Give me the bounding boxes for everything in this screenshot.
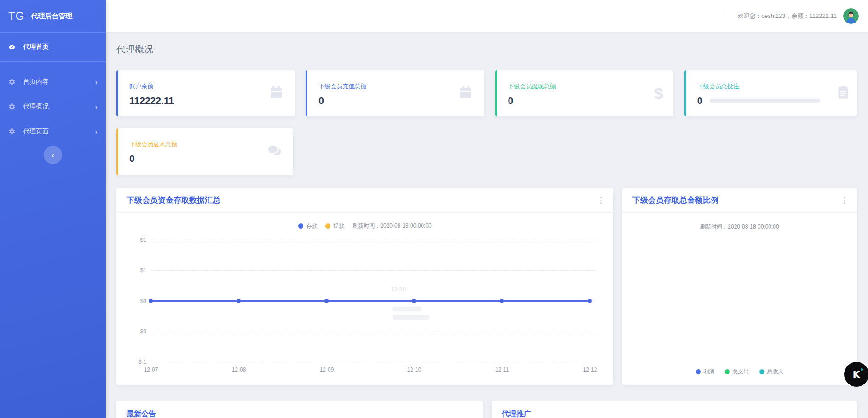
ratio-chart-panel: 下级会员存取总金额比例 刷新时间：2020-08-18 00:00:00 利润 … bbox=[622, 188, 857, 385]
user-avatar[interactable] bbox=[843, 8, 859, 24]
gear-icon bbox=[8, 103, 17, 110]
clipboard-icon bbox=[835, 84, 851, 103]
stat-card-rebate-total: 下级会员返水总额 0 bbox=[116, 128, 293, 175]
gridline bbox=[151, 240, 596, 240]
ghost-tooltip: 12-10 bbox=[391, 286, 406, 292]
legend-dot bbox=[725, 369, 730, 374]
legend-dot bbox=[298, 223, 303, 229]
chart-title: 下级会员存取总金额比例 bbox=[632, 195, 718, 206]
welcome-text: 欢迎您：ceshi123，余额：112222.11 bbox=[737, 12, 837, 20]
sidebar-item-label: 首页内容 bbox=[23, 78, 49, 86]
stat-label: 账户余额 bbox=[129, 82, 265, 91]
stat-label: 下级会员总投注 bbox=[697, 82, 833, 91]
panel-header: 代理推广 bbox=[492, 401, 857, 418]
stat-label: 下级会员充值总额 bbox=[318, 82, 454, 91]
panel-menu-icon[interactable] bbox=[598, 195, 603, 206]
charts-row: 下级会员资金存取数据汇总 存款 提款 刷新时间：2020-08-18 00: bbox=[116, 188, 857, 385]
stat-card-withdraw-total: 下级会员提现总额 0 $ bbox=[495, 70, 673, 116]
x-axis-tick: 12-08 bbox=[232, 366, 246, 373]
chart-panel-header: 下级会员存取总金额比例 bbox=[622, 188, 857, 213]
data-point bbox=[149, 299, 153, 303]
sidebar: TG 代理后台管理 代理首页 首页内容 › 代理概况 › bbox=[0, 0, 106, 418]
pie-chart-body: 刷新时间：2020-08-18 00:00:00 利润 总支出 总收入 bbox=[622, 213, 857, 385]
sidebar-item-label: 代理概况 bbox=[23, 103, 49, 111]
legend-item-profit[interactable]: 利润 bbox=[696, 368, 715, 376]
chevron-right-icon: › bbox=[95, 103, 98, 111]
stat-card-bet-total: 下级会员总投注 0 bbox=[684, 70, 857, 116]
ghost-tooltip-smudge bbox=[393, 307, 421, 311]
data-point bbox=[588, 299, 592, 303]
x-axis-tick: 12-11 bbox=[495, 366, 509, 373]
sidebar-item-agent-pages[interactable]: 代理页面 › bbox=[0, 120, 106, 143]
calendar-icon bbox=[457, 84, 474, 103]
deposit-series-line bbox=[150, 300, 591, 302]
page-title: 代理概况 bbox=[116, 43, 857, 56]
sidebar-item-agent-overview[interactable]: 代理概况 › bbox=[0, 96, 106, 118]
data-point bbox=[412, 299, 416, 303]
legend-item-expense[interactable]: 总支出 bbox=[725, 368, 749, 376]
dashboard-icon bbox=[8, 43, 17, 51]
panel-title: 最新公告 bbox=[127, 409, 156, 418]
legend-item-income[interactable]: 总收入 bbox=[759, 368, 784, 376]
logo-short: TG bbox=[8, 10, 24, 23]
legend-label: 总支出 bbox=[733, 368, 749, 376]
floating-k-badge[interactable]: K bbox=[844, 362, 868, 387]
stat-value: 0 bbox=[129, 153, 264, 164]
deposit-withdraw-chart-panel: 下级会员资金存取数据汇总 存款 提款 刷新时间：2020-08-18 00: bbox=[116, 188, 613, 385]
sidebar-spacer bbox=[0, 62, 106, 71]
k-badge-letter: K bbox=[852, 369, 860, 380]
stat-card-deposit-total: 下级会员充值总额 0 bbox=[306, 70, 484, 116]
sidebar-item-label: 代理首页 bbox=[23, 43, 49, 51]
latest-notice-panel: 最新公告 bbox=[116, 401, 483, 418]
gear-icon bbox=[8, 128, 17, 135]
gridline bbox=[151, 332, 596, 332]
legend-dot bbox=[759, 369, 764, 374]
stat-label: 下级会员返水总额 bbox=[129, 140, 264, 149]
chevron-left-icon: ‹ bbox=[52, 150, 54, 160]
sidebar-item-agent-home[interactable]: 代理首页 bbox=[0, 36, 106, 58]
y-axis-tick: $0 bbox=[116, 328, 146, 335]
topbar-divider bbox=[725, 10, 725, 22]
stat-cards-row-2: 下级会员返水总额 0 bbox=[116, 128, 857, 175]
legend-dot bbox=[325, 223, 330, 229]
chevron-right-icon: › bbox=[95, 78, 98, 86]
pie-legend: 利润 总支出 总收入 bbox=[622, 368, 857, 376]
refresh-time-label: 刷新时间：2020-08-18 00:00:00 bbox=[353, 222, 431, 230]
dollar-icon: $ bbox=[654, 86, 663, 101]
chevron-right-icon: › bbox=[95, 128, 98, 136]
stat-card-balance: 账户余额 112222.11 bbox=[116, 70, 295, 116]
chart-legend: 存款 提款 刷新时间：2020-08-18 00:00:00 bbox=[116, 222, 613, 230]
legend-label: 利润 bbox=[704, 368, 715, 376]
panel-title: 代理推广 bbox=[502, 409, 531, 418]
x-axis-tick: 12-07 bbox=[144, 366, 158, 373]
legend-label: 提款 bbox=[333, 222, 344, 230]
stat-value: 112222.11 bbox=[129, 95, 265, 106]
data-point bbox=[324, 299, 329, 303]
stat-value: 0 bbox=[508, 95, 644, 106]
chat-icon bbox=[266, 143, 283, 161]
legend-item-withdraw[interactable]: 提款 bbox=[325, 222, 344, 230]
stat-value: 0 bbox=[697, 95, 703, 106]
sidebar-collapse-button[interactable]: ‹ bbox=[44, 146, 62, 164]
panel-header: 最新公告 bbox=[116, 401, 483, 418]
sidebar-item-home-content[interactable]: 首页内容 › bbox=[0, 71, 106, 93]
main-content: 代理概况 账户余额 112222.11 下级会员充值总额 0 下级会员提现总额 … bbox=[106, 32, 868, 418]
stat-value: 0 bbox=[318, 95, 454, 106]
panel-menu-icon[interactable] bbox=[842, 195, 847, 206]
refresh-time-label: 刷新时间：2020-08-18 00:00:00 bbox=[622, 223, 857, 231]
data-point bbox=[500, 299, 504, 303]
legend-label: 总收入 bbox=[767, 368, 784, 376]
line-chart-body: 存款 提款 刷新时间：2020-08-18 00:00:00 $1 bbox=[116, 213, 613, 385]
legend-item-deposit[interactable]: 存款 bbox=[298, 222, 317, 230]
legend-label: 存款 bbox=[306, 222, 317, 230]
k-badge-dot bbox=[861, 368, 863, 371]
gridline bbox=[151, 362, 596, 362]
x-axis-tick: 12-12 bbox=[583, 366, 597, 373]
y-axis-tick: $-1 bbox=[116, 359, 146, 365]
x-axis-tick: 12-09 bbox=[320, 366, 334, 373]
y-axis-tick: $1 bbox=[116, 267, 146, 274]
ghost-tooltip-smudge bbox=[393, 315, 429, 320]
x-axis-tick: 12-10 bbox=[407, 366, 422, 373]
y-axis-tick: $1 bbox=[116, 237, 146, 243]
bet-progress-bar bbox=[710, 99, 820, 103]
